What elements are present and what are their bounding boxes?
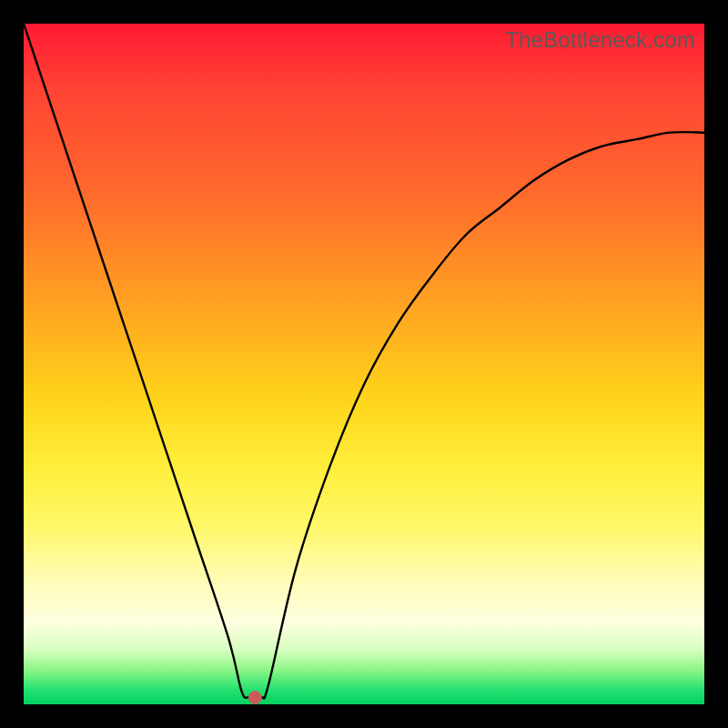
bottleneck-curve xyxy=(24,24,704,699)
plot-area: TheBottleneck.com xyxy=(24,24,704,704)
watermark-text: TheBottleneck.com xyxy=(505,27,695,53)
chart-frame: TheBottleneck.com xyxy=(0,0,728,728)
optimal-point-marker xyxy=(248,692,261,704)
curve-layer xyxy=(24,24,704,704)
